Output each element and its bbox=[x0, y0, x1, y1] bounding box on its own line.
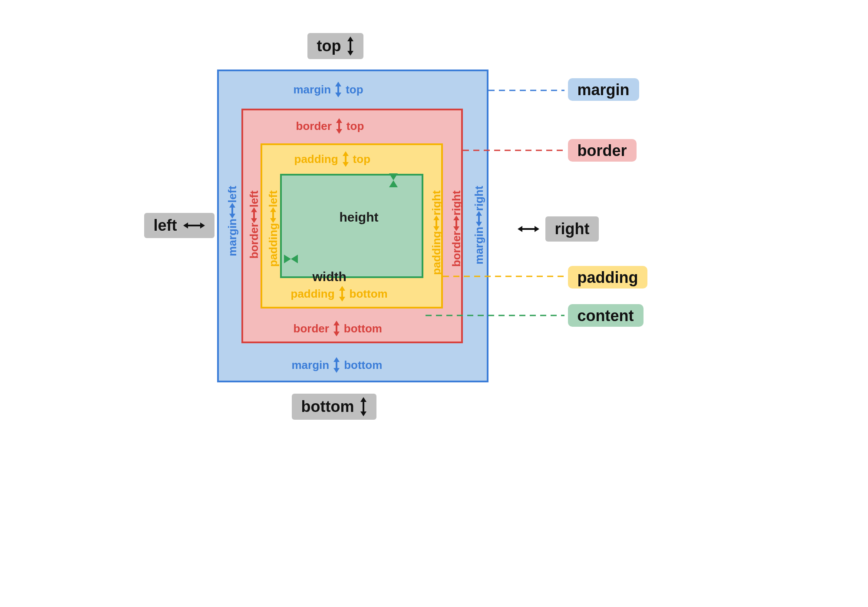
text: left bbox=[266, 190, 280, 207]
text: margin bbox=[225, 219, 239, 256]
text: right bbox=[449, 190, 463, 216]
margin-right-label: margin right bbox=[472, 186, 486, 264]
text: bottom bbox=[344, 322, 382, 335]
text: top bbox=[353, 153, 370, 166]
border-left-label: border left bbox=[247, 190, 261, 259]
text: bottom bbox=[301, 398, 354, 416]
vertical-arrow-icon bbox=[333, 357, 340, 373]
text: margin bbox=[294, 83, 331, 96]
vertical-arrow-icon bbox=[339, 286, 345, 302]
border-top-label: border top bbox=[296, 118, 364, 134]
legend-margin: margin bbox=[568, 78, 639, 101]
text: left bbox=[247, 190, 261, 207]
padding-top-label: padding top bbox=[294, 151, 371, 167]
legend-content: content bbox=[568, 304, 644, 327]
text: padding bbox=[291, 287, 335, 301]
position-right-badge: right bbox=[508, 213, 609, 245]
border-right-label: border right bbox=[449, 190, 464, 267]
vertical-arrow-icon bbox=[270, 207, 276, 223]
text: left bbox=[154, 216, 177, 235]
margin-top-label: margin top bbox=[294, 82, 363, 97]
content-area bbox=[280, 174, 423, 278]
border-bottom-label: border bottom bbox=[294, 321, 382, 336]
vertical-arrow-icon bbox=[336, 118, 342, 134]
text: padding bbox=[266, 223, 280, 267]
text: top bbox=[346, 83, 363, 96]
vertical-arrow-icon bbox=[333, 321, 340, 336]
vertical-arrow-icon bbox=[476, 211, 482, 227]
padding-left-label: padding left bbox=[266, 190, 281, 267]
vertical-arrow-icon bbox=[229, 203, 235, 219]
vertical-arrow-icon bbox=[453, 216, 459, 231]
text: padding bbox=[429, 231, 443, 275]
text: left bbox=[225, 186, 239, 203]
position-bottom-badge: bottom bbox=[292, 394, 377, 420]
position-top-badge: top bbox=[307, 33, 364, 59]
text: right bbox=[545, 216, 599, 242]
text: right bbox=[472, 186, 485, 211]
horizontal-arrow-icon bbox=[183, 222, 205, 229]
legend-border: border bbox=[568, 139, 637, 162]
horizontal-arrow-icon bbox=[518, 226, 539, 232]
text: border bbox=[296, 119, 332, 133]
padding-bottom-label: padding bottom bbox=[291, 286, 388, 302]
vertical-arrow-icon bbox=[433, 216, 439, 231]
margin-bottom-label: margin bottom bbox=[292, 357, 383, 373]
vertical-arrow-icon bbox=[251, 207, 257, 223]
text: border bbox=[247, 223, 261, 259]
vertical-arrow-icon bbox=[360, 397, 367, 416]
text: bottom bbox=[350, 287, 388, 301]
margin-left-label: margin left bbox=[225, 186, 240, 256]
text: top bbox=[317, 37, 341, 55]
text: right bbox=[429, 190, 443, 216]
text: margin bbox=[472, 227, 485, 265]
legend-padding: padding bbox=[568, 266, 648, 289]
position-left-badge: left bbox=[144, 213, 215, 238]
padding-right-label: padding right bbox=[429, 190, 444, 275]
vertical-arrow-icon bbox=[343, 151, 349, 167]
text: padding bbox=[294, 153, 338, 166]
text: border bbox=[294, 322, 329, 335]
content-width-label: width bbox=[313, 269, 347, 284]
content-height-label: height bbox=[340, 210, 379, 225]
text: top bbox=[347, 119, 364, 133]
text: bottom bbox=[344, 358, 382, 372]
text: margin bbox=[292, 358, 330, 372]
vertical-arrow-icon bbox=[335, 82, 341, 97]
text: border bbox=[449, 231, 463, 267]
vertical-arrow-icon bbox=[347, 36, 354, 56]
css-box-model-diagram: margin top margin bottom margin left mar… bbox=[130, 17, 738, 452]
